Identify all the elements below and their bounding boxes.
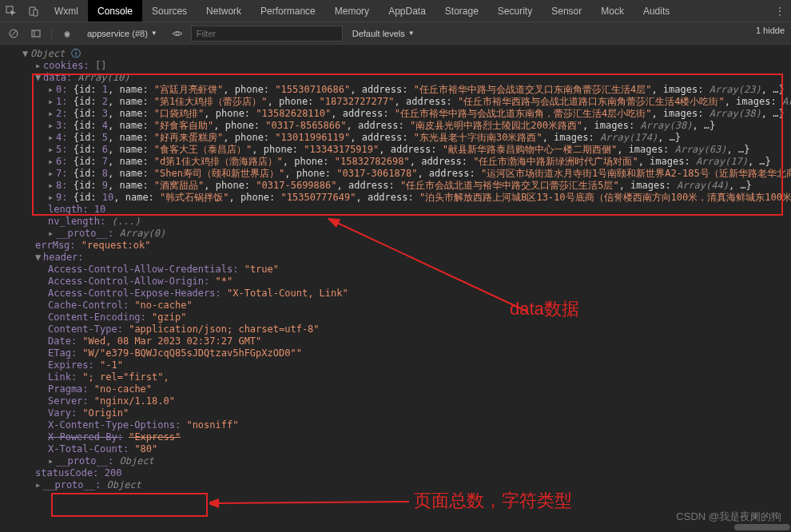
header-row: Access-Control-Expose-Headers: "X-Total-… bbox=[6, 288, 785, 300]
clear-icon[interactable] bbox=[5, 25, 22, 42]
header-row: Cache-Control: "no-cache" bbox=[6, 300, 785, 312]
tab-network[interactable]: Network bbox=[197, 0, 251, 22]
data-row[interactable]: ▸3: {id: 4, name: "好食客自助", phone: "0317-… bbox=[6, 120, 785, 132]
top-toolbar: WxmlConsoleSourcesNetworkPerformanceMemo… bbox=[0, 0, 791, 22]
header-row: ETag: "W/"e379-BQWJcqQ85sJDQtzav5hFGpXzO… bbox=[6, 347, 785, 359]
annotation-data: data数据 bbox=[510, 297, 579, 321]
data-row[interactable]: ▸1: {id: 2, name: "第1佳大鸡排（蕾莎店）", phone: … bbox=[6, 96, 785, 108]
scrollbar-thumb[interactable] bbox=[734, 524, 790, 530]
data-row[interactable]: ▸4: {id: 5, name: "好再来蛋糕房", phone: "1301… bbox=[6, 132, 785, 144]
data-row[interactable]: ▸5: {id: 6, name: "食客大王（泰昌店）", phone: "1… bbox=[6, 144, 785, 156]
header-row: Expires: "-1" bbox=[6, 359, 785, 371]
data-row[interactable]: ▸7: {id: 8, name: "Shen寿司（颐和新世界店）", phon… bbox=[6, 168, 785, 180]
data-row[interactable]: ▸8: {id: 9, name: "酒窝甜品", phone: "0317-5… bbox=[6, 180, 785, 192]
header-row: X-Total-Count: "80" bbox=[6, 443, 785, 455]
tab-mock[interactable]: Mock bbox=[591, 0, 634, 22]
tab-console[interactable]: Console bbox=[88, 0, 142, 22]
watermark: CSDN @我是夜阑的狗 bbox=[676, 510, 781, 524]
svg-rect-5 bbox=[32, 30, 40, 37]
length-line: length: 10 bbox=[6, 204, 785, 216]
svg-line-4 bbox=[10, 30, 17, 37]
annotation-total: 页面总数，字符类型 bbox=[414, 489, 572, 513]
console-subbar: ◉ appservice (#8)▼ Default levels▼ bbox=[0, 22, 791, 45]
tab-memory[interactable]: Memory bbox=[325, 0, 379, 22]
header-row: Link: "; rel="first", bbox=[6, 371, 785, 383]
header-row: X-Content-Type-Options: "nosniff" bbox=[6, 419, 785, 431]
console-output: ▼Object ⓘ ▸cookies: [] ▼data: Array(10) … bbox=[0, 45, 791, 532]
svg-point-7 bbox=[176, 32, 179, 35]
header-row: Date: "Wed, 08 Mar 2023 02:37:27 GMT" bbox=[6, 335, 785, 347]
svg-line-9 bbox=[216, 502, 409, 503]
more-icon[interactable]: ⋮ bbox=[769, 0, 791, 22]
xtotal-redbox bbox=[51, 493, 208, 517]
header-row: Vary: "Origin" bbox=[6, 407, 785, 419]
inspect-icon[interactable] bbox=[0, 0, 22, 22]
tab-appdata[interactable]: AppData bbox=[379, 0, 435, 22]
tab-wxml[interactable]: Wxml bbox=[45, 0, 88, 22]
levels-selector[interactable]: Default levels▼ bbox=[352, 29, 415, 38]
tab-performance[interactable]: Performance bbox=[251, 0, 325, 22]
eye-icon[interactable] bbox=[169, 25, 186, 42]
header-row: Access-Control-Allow-Credentials: "true" bbox=[6, 264, 785, 276]
svg-rect-2 bbox=[34, 10, 38, 16]
header-row: Content-Type: "application/json; charset… bbox=[6, 324, 785, 335]
tab-sensor[interactable]: Sensor bbox=[542, 0, 591, 22]
arrow-2 bbox=[209, 494, 417, 510]
context-selector[interactable]: appservice (#8)▼ bbox=[81, 26, 164, 42]
data-row[interactable]: ▸0: {id: 1, name: "宫廷月亮虾饼", phone: "1553… bbox=[6, 84, 785, 96]
devtools-tabs: WxmlConsoleSourcesNetworkPerformanceMemo… bbox=[45, 0, 679, 22]
tab-storage[interactable]: Storage bbox=[435, 0, 488, 22]
data-row[interactable]: ▸6: {id: 7, name: "d第1佳大鸡排（渤海路店）", phone… bbox=[6, 156, 785, 168]
header-row: X-Powered-By: "Express" bbox=[6, 431, 785, 443]
header-row: Server: "nginx/1.18.0" bbox=[6, 395, 785, 407]
top-icon[interactable]: ◉ bbox=[58, 25, 76, 42]
tab-security[interactable]: Security bbox=[488, 0, 542, 22]
header-row: Access-Control-Allow-Origin: "*" bbox=[6, 276, 785, 288]
tab-sources[interactable]: Sources bbox=[142, 0, 197, 22]
tab-audits[interactable]: Audits bbox=[634, 0, 679, 22]
data-row[interactable]: ▸9: {id: 10, name: "韩式石锅拌饭", phone: "153… bbox=[6, 192, 785, 204]
header-row: Content-Encoding: "gzip" bbox=[6, 312, 785, 324]
toggle-sidebar-icon[interactable] bbox=[27, 25, 45, 42]
data-row[interactable]: ▸2: {id: 3, name: "口袋鸡排", phone: "135826… bbox=[6, 108, 785, 120]
filter-input[interactable] bbox=[191, 26, 343, 42]
device-icon[interactable] bbox=[22, 0, 45, 22]
hidden-count: 1 hidde bbox=[756, 26, 785, 35]
header-row: Pragma: "no-cache" bbox=[6, 383, 785, 395]
